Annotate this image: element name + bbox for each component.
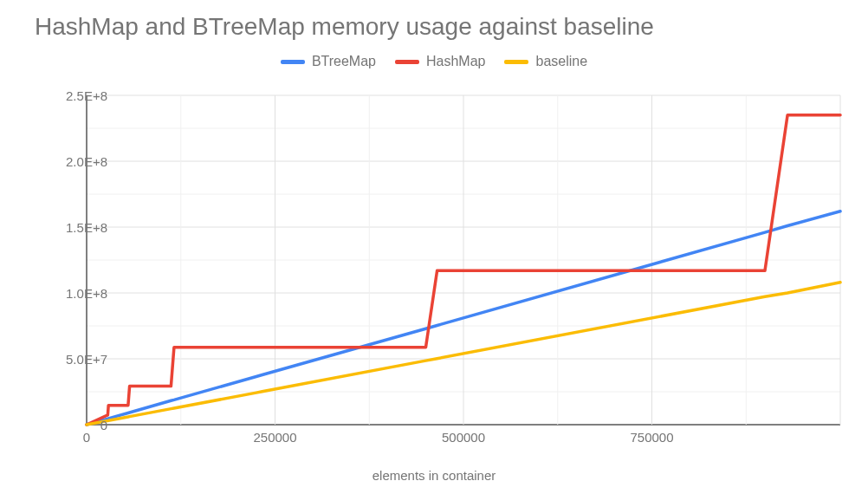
legend-item-btreemap: BTreeMap [281, 54, 376, 69]
legend-label-baseline: baseline [535, 54, 587, 69]
legend-label-hashmap: HashMap [426, 54, 485, 69]
legend-item-baseline: baseline [504, 54, 587, 69]
y-tick-label: 2.0E+8 [12, 154, 107, 169]
x-tick-label: 500000 [442, 430, 485, 445]
y-tick-label: 5.0E+7 [12, 352, 107, 367]
x-tick-label: 750000 [630, 430, 673, 445]
legend-swatch-btreemap [281, 60, 305, 64]
chart-container: HashMap and BTreeMap memory usage agains… [0, 0, 868, 494]
legend-label-btreemap: BTreeMap [312, 54, 376, 69]
legend-swatch-hashmap [395, 60, 419, 64]
legend-item-hashmap: HashMap [395, 54, 485, 69]
y-tick-label: 1.0E+8 [12, 286, 107, 301]
legend-swatch-baseline [504, 60, 528, 64]
x-axis-title: elements in container [0, 468, 868, 483]
plot-svg [87, 95, 840, 425]
plot-area [87, 95, 840, 425]
y-tick-label: 0 [12, 418, 107, 432]
y-tick-label: 1.5E+8 [12, 220, 107, 235]
chart-title: HashMap and BTreeMap memory usage agains… [35, 13, 654, 41]
x-tick-label: 250000 [253, 430, 296, 445]
gridlines [87, 95, 840, 425]
y-tick-label: 2.5E+8 [12, 88, 107, 103]
x-tick-label: 0 [83, 430, 90, 445]
legend: BTreeMap HashMap baseline [0, 54, 868, 69]
